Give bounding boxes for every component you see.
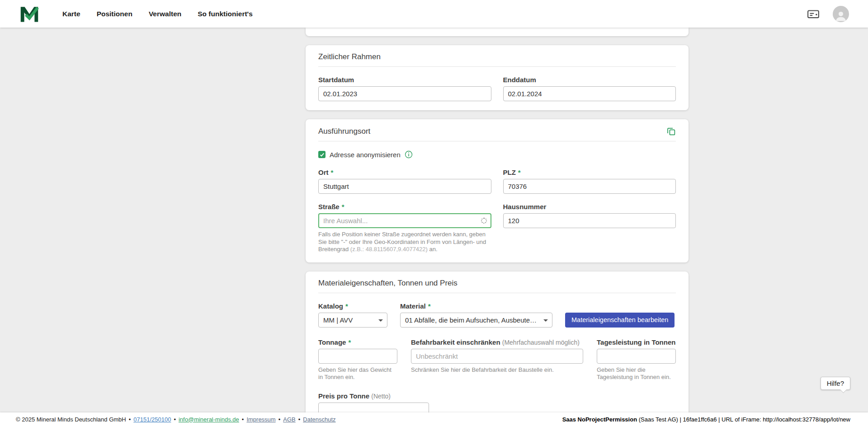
plz-input[interactable]	[503, 179, 676, 194]
footer-agb-link[interactable]: AGB	[283, 416, 295, 423]
footer-separator	[276, 416, 283, 423]
card-title: Zeitlicher Rahmen	[318, 52, 676, 67]
strasse-input[interactable]	[318, 213, 491, 228]
enddatum-input[interactable]	[503, 86, 676, 101]
footer-copyright: © 2025 Mineral Minds Deutschland GmbH	[16, 416, 126, 423]
befahrbarkeit-hint: (Mehrfachauswahl möglich)	[502, 339, 580, 346]
loading-spinner-icon	[481, 218, 487, 224]
tonnage-label: Tonnage	[318, 338, 397, 346]
field-material: Material 01 Abfälle, die beim Aufsuchen,…	[400, 302, 552, 328]
footer-email-link[interactable]: info@mineral-minds.de	[179, 416, 239, 423]
befahrbarkeit-helper-text: Schränken Sie hier die Befahrbarkeit der…	[411, 366, 583, 374]
anonymize-row: Adresse anonymisieren	[318, 150, 676, 159]
katalog-label: Katalog	[318, 302, 387, 310]
strasse-helper-text: Falls die Position keiner Straße zugeord…	[318, 231, 491, 253]
startdatum-input[interactable]	[318, 86, 491, 101]
edit-material-properties-button[interactable]: Materialeigenschaften bearbeiten	[565, 313, 675, 328]
enddatum-label: Enddatum	[503, 76, 676, 84]
befahrbarkeit-input[interactable]	[411, 349, 583, 364]
copy-icon[interactable]	[666, 126, 676, 136]
startdatum-label: Startdatum	[318, 76, 491, 84]
field-hausnummer: Hausnummer	[503, 203, 676, 253]
katalog-select[interactable]: MM | AVV	[318, 313, 387, 328]
tagesleistung-label: Tagesleistung in Tonnen	[597, 338, 676, 346]
field-enddatum: Enddatum	[503, 76, 676, 101]
mineral-minds-logo-icon[interactable]	[20, 5, 39, 23]
navbar-right	[806, 6, 849, 22]
plz-label: PLZ	[503, 169, 676, 176]
befahrbarkeit-label: Befahrbarkeit einschränken (Mehrfachausw…	[411, 338, 583, 346]
field-strasse: Straße Falls die Position keiner Straße …	[318, 203, 491, 253]
ort-input[interactable]	[318, 179, 491, 194]
card-title-text: Materialeigenschaften, Tonnen und Preis	[318, 279, 458, 288]
card-title-text: Ausführungsort	[318, 127, 370, 136]
chevron-down-icon	[378, 319, 383, 322]
footer-impressum-link[interactable]: Impressum	[246, 416, 275, 423]
card-partial-top	[306, 28, 689, 36]
field-ort: Ort	[318, 169, 491, 194]
main-nav: Karte Positionen Verwalten So funktionie…	[62, 10, 253, 18]
help-button[interactable]: Hilfe?	[821, 377, 850, 390]
field-plz: PLZ	[503, 169, 676, 194]
footer-phone-link[interactable]: 07151/250100	[133, 416, 171, 423]
nav-item-positionen[interactable]: Positionen	[97, 10, 132, 18]
chevron-down-icon	[543, 319, 548, 322]
field-startdatum: Startdatum	[318, 76, 491, 101]
card-zeitlicher-rahmen: Zeitlicher Rahmen Startdatum Enddatum	[306, 45, 689, 110]
field-befahrbarkeit: Befahrbarkeit einschränken (Mehrfachausw…	[411, 338, 583, 374]
material-select[interactable]: 01 Abfälle, die beim Aufsuchen, Ausbeute…	[400, 313, 552, 328]
tonnage-helper-text: Geben Sie hier das Gewicht in Tonnen ein…	[318, 366, 397, 381]
hausnummer-input[interactable]	[503, 213, 676, 228]
anonymize-checkbox[interactable]	[318, 151, 326, 158]
preis-label: Preis pro Tonne (Netto)	[318, 392, 676, 400]
card-title-text: Zeitlicher Rahmen	[318, 52, 381, 61]
nav-item-so-funktionierts[interactable]: So funktioniert's	[198, 10, 253, 18]
top-navbar: Karte Positionen Verwalten So funktionie…	[0, 0, 868, 28]
footer-environment-info: Saas NoProjectPermission (Saas Test AG) …	[562, 416, 850, 423]
card-ausfuehrungsort: Ausführungsort Adresse anonymisieren	[306, 119, 689, 262]
tonnage-input[interactable]	[318, 349, 397, 364]
field-tonnage: Tonnage Geben Sie hier das Gewicht in To…	[318, 338, 397, 381]
footer-separator	[296, 416, 303, 423]
card-materialeigenschaften: Materialeigenschaften, Tonnen und Preis …	[306, 272, 689, 413]
field-tagesleistung: Tagesleistung in Tonnen Geben Sie hier d…	[597, 338, 676, 381]
footer-separator	[171, 416, 179, 423]
material-label: Material	[400, 302, 552, 310]
nav-item-karte[interactable]: Karte	[62, 10, 80, 18]
nav-item-verwalten[interactable]: Verwalten	[149, 10, 181, 18]
preis-input[interactable]	[318, 403, 429, 413]
footer-separator	[126, 416, 134, 423]
footer-datenschutz-link[interactable]: Datenschutz	[303, 416, 335, 423]
tagesleistung-input[interactable]	[597, 349, 676, 364]
field-edit-material: Materialeigenschaften bearbeiten	[565, 313, 675, 328]
preis-hint: (Netto)	[371, 393, 391, 400]
anonymize-label: Adresse anonymisieren	[330, 151, 401, 159]
main-scroll-area[interactable]: Zeitlicher Rahmen Startdatum Enddatum Au…	[0, 28, 868, 412]
tagesleistung-helper-text: Geben Sie hier die Tagesleistung in Tonn…	[597, 366, 676, 381]
strasse-label: Straße	[318, 203, 491, 211]
user-avatar[interactable]	[833, 6, 849, 22]
payment-card-icon[interactable]	[806, 6, 821, 22]
footer: © 2025 Mineral Minds Deutschland GmbH 07…	[0, 412, 868, 426]
footer-left: © 2025 Mineral Minds Deutschland GmbH 07…	[16, 416, 336, 423]
field-preis: Preis pro Tonne (Netto)	[318, 392, 676, 413]
info-icon[interactable]	[405, 150, 413, 159]
hausnummer-label: Hausnummer	[503, 203, 676, 211]
field-katalog: Katalog MM | AVV	[318, 302, 387, 328]
ort-label: Ort	[318, 169, 491, 176]
footer-separator	[239, 416, 247, 423]
